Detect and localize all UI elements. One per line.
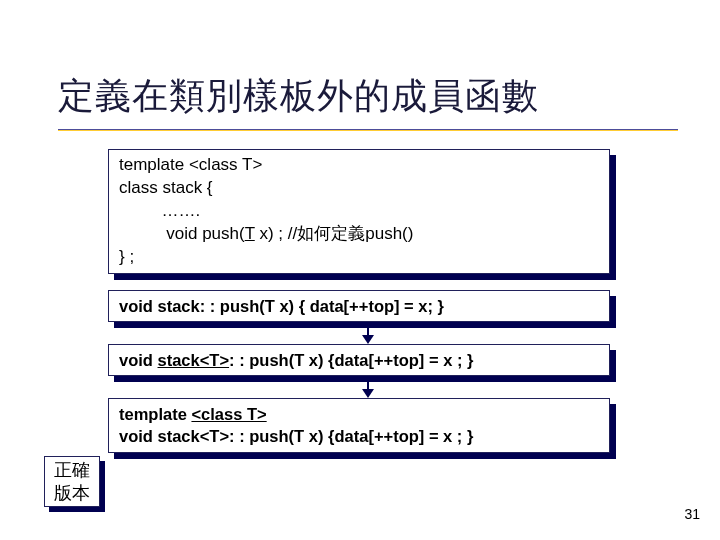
label-line: 正確: [47, 459, 97, 482]
code-line: void stack: : push(T x) { data[++top] = …: [119, 297, 444, 315]
slide-title: 定義在類別樣板外的成員函數: [0, 0, 720, 129]
code-line: template <class T>: [119, 405, 267, 423]
code-line: class stack {: [119, 178, 213, 197]
code-box-class-decl: template <class T> class stack { ……. voi…: [108, 149, 610, 274]
correct-version-label: 正確 版本: [44, 456, 100, 507]
code-box-attempt-1: void stack: : push(T x) { data[++top] = …: [108, 290, 610, 322]
title-underline: [58, 129, 678, 131]
code-line: …….: [119, 201, 200, 220]
code-line: void push(T x) ; //如何定義push(): [119, 224, 413, 243]
code-line: } ;: [119, 247, 134, 266]
code-line: template <class T>: [119, 155, 262, 174]
label-line: 版本: [47, 482, 97, 505]
page-number: 31: [684, 506, 700, 522]
code-line: void stack<T>: : push(T x) {data[++top] …: [119, 351, 473, 369]
code-box-attempt-2: void stack<T>: : push(T x) {data[++top] …: [108, 344, 610, 376]
code-box-correct: template <class T> void stack<T>: : push…: [108, 398, 610, 453]
content-area: template <class T> class stack { ……. voi…: [108, 149, 720, 465]
code-line: void stack<T>: : push(T x) {data[++top] …: [119, 427, 473, 445]
